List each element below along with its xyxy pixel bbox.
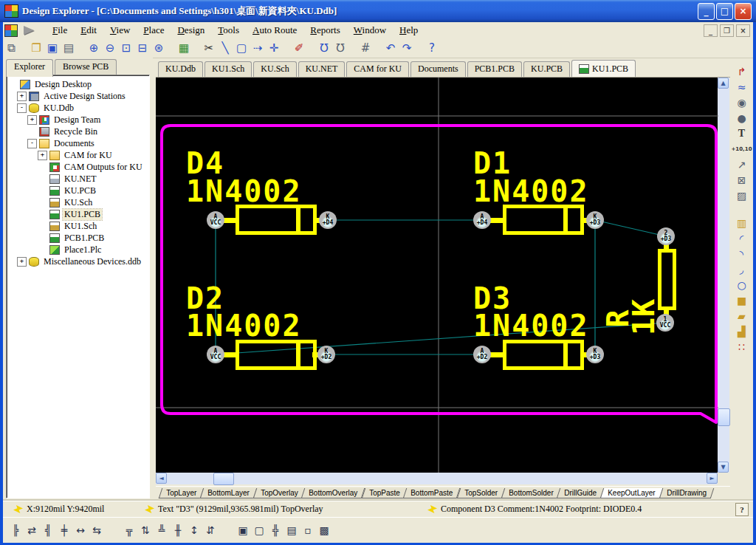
tree-item-ku-pcb[interactable]: KU.PCB xyxy=(8,185,148,196)
align-top-icon[interactable]: ╦ xyxy=(121,523,137,538)
canvas-vertical-scrollbar[interactable]: ▲ ▼ xyxy=(718,78,729,473)
scroll-left-icon[interactable]: ◄ xyxy=(156,473,167,484)
mdi-close-button[interactable]: × xyxy=(736,24,750,37)
layer-tab-drillguide[interactable]: DrillGuide xyxy=(557,488,604,498)
tree-item-cam-outputs[interactable]: CAM Outputs for KU xyxy=(8,161,148,173)
menu-edit[interactable]: Edit xyxy=(74,23,103,38)
tree-item-recycle-bin[interactable]: Recycle Bin xyxy=(8,126,148,137)
tree-item-ku-sch[interactable]: KU.Sch xyxy=(8,196,148,208)
arc-angle-icon[interactable]: ◞ xyxy=(733,261,751,277)
layer-tab-bottompaste[interactable]: BottomPaste xyxy=(403,488,461,498)
doc-tab-ku-pcb[interactable]: KU.PCB xyxy=(523,61,570,77)
pad-d1-k[interactable]: K+D3 xyxy=(586,211,604,229)
document-logo-icon[interactable] xyxy=(4,24,18,37)
place-room-icon[interactable]: ▫ xyxy=(300,523,316,538)
doc-tab-ku-sch[interactable]: KU.Sch xyxy=(253,61,296,77)
wand-icon[interactable]: ✐ xyxy=(291,41,307,55)
doc-tab-ku1-sch[interactable]: KU1.Sch xyxy=(205,61,252,77)
image-icon[interactable]: ▦ xyxy=(176,41,192,55)
pad-d4-a[interactable]: AVCC xyxy=(207,211,224,229)
layer-tab-keepoutlayer[interactable]: KeepOutLayer xyxy=(600,488,663,498)
save-icon[interactable]: ▣ xyxy=(44,41,61,55)
zoom-document-icon[interactable]: ⊡ xyxy=(118,41,134,55)
tree-item-misc-devices-ddb[interactable]: +Miscellaneous Devices.ddb xyxy=(8,256,148,267)
knife-icon[interactable]: ✂ xyxy=(201,41,217,55)
menu-place[interactable]: Place xyxy=(137,23,171,38)
move-cross-icon[interactable]: ✛ xyxy=(266,41,282,55)
doc-tab-ku-net[interactable]: KU.NET xyxy=(298,61,346,77)
tree-item-ku-net[interactable]: KU.NET xyxy=(8,173,148,185)
scroll-thumb[interactable] xyxy=(213,473,234,485)
tab-explorer[interactable]: Explorer xyxy=(6,59,53,77)
pad-icon[interactable]: ● xyxy=(733,110,751,126)
silkscreen-value-d4[interactable]: 1N4002 xyxy=(186,179,302,203)
arc-center-icon[interactable]: ◝ xyxy=(733,246,751,261)
layer-tab-bottomoverlay[interactable]: BottomOverlay xyxy=(301,488,365,498)
move-dots-icon[interactable]: ⇢ xyxy=(250,41,266,55)
tree-item-design-team[interactable]: +Design Team xyxy=(8,114,148,126)
mdi-restore-button[interactable]: ❐ xyxy=(720,24,734,37)
help-icon[interactable]: ? xyxy=(424,41,440,55)
array-place-icon[interactable]: ▩ xyxy=(316,523,332,538)
align-left-icon[interactable]: ╠ xyxy=(7,523,24,538)
zoom-out-icon[interactable]: ⊖ xyxy=(102,41,118,55)
center-vertical-icon[interactable]: ╫ xyxy=(170,523,186,538)
maximize-button[interactable]: □ xyxy=(716,3,733,20)
tree-item-ku1-sch[interactable]: KU1.Sch xyxy=(8,220,148,232)
doc-tab-cam-for-ku[interactable]: CAM for KU xyxy=(346,61,409,77)
zoom-in-icon[interactable]: ⊕ xyxy=(86,41,102,55)
align-bottom-icon[interactable]: ╩ xyxy=(154,523,170,538)
status-help-button[interactable]: ? xyxy=(735,503,749,516)
silkscreen-value-d3[interactable]: 1N4002 xyxy=(473,314,589,337)
coordinate-icon[interactable]: +10,10 xyxy=(733,141,751,157)
pad-d3-a[interactable]: A+D2 xyxy=(473,346,491,363)
zoom-window-icon[interactable]: ⊟ xyxy=(134,41,151,55)
pad-d3-k[interactable]: K+D3 xyxy=(586,346,604,363)
align-right-icon[interactable]: ╣ xyxy=(40,523,56,538)
tree-item-documents[interactable]: -Documents xyxy=(8,137,148,149)
space-vertical-icon[interactable]: ↕ xyxy=(186,523,202,538)
polygon-icon[interactable]: ▰ xyxy=(733,308,751,323)
arc-edge-icon[interactable]: ◜ xyxy=(733,230,751,246)
arrange-rect-icon[interactable]: ▢ xyxy=(251,523,267,538)
explorer-toggle-icon[interactable]: ⧉ xyxy=(3,41,19,55)
via-icon[interactable]: ◉ xyxy=(733,95,751,110)
arrange-components-icon[interactable]: ▤ xyxy=(284,523,300,538)
space-horizontal-icon[interactable]: ⇆ xyxy=(89,523,105,538)
component-d3-body[interactable] xyxy=(503,340,584,370)
silkscreen-value-r[interactable]: 1K xyxy=(632,291,656,343)
distribute-vertical-icon[interactable]: ⇅ xyxy=(137,523,154,538)
menu-design[interactable]: Design xyxy=(171,23,211,38)
center-horizontal-icon[interactable]: ╪ xyxy=(56,523,72,538)
selection-rect-icon[interactable]: ▢ xyxy=(233,41,250,55)
scroll-up-icon[interactable]: ▲ xyxy=(718,78,729,89)
tree-item-cam-for-ku[interactable]: +CAM for KU xyxy=(8,149,148,161)
layer-tab-topoverlay[interactable]: TopOverlay xyxy=(253,488,306,498)
print-icon[interactable]: ▤ xyxy=(61,41,77,55)
shift-vertical-icon[interactable]: ⇵ xyxy=(202,523,219,538)
pad-d4-k[interactable]: K+D4 xyxy=(319,211,337,229)
doc-tab-ku1-pcb[interactable]: KU1.PCB xyxy=(571,60,636,77)
pad-d2-k[interactable]: K+D2 xyxy=(317,346,335,363)
keepout-icon[interactable]: ⊠ xyxy=(733,172,751,188)
expander-icon[interactable]: - xyxy=(27,139,37,148)
arrange-room-icon[interactable]: ▣ xyxy=(235,523,251,538)
fill-hatch-icon[interactable]: ▨ xyxy=(733,188,751,203)
expander-icon[interactable]: + xyxy=(17,257,27,267)
minimize-button[interactable]: _ xyxy=(698,3,715,20)
shift-horizontal-icon[interactable]: ⇄ xyxy=(24,523,40,538)
redo-icon[interactable]: ↷ xyxy=(399,41,415,55)
tree-item-ku-ddb[interactable]: -KU.Ddb xyxy=(8,102,148,114)
menu-view[interactable]: View xyxy=(103,23,137,38)
silkscreen-refdes-d4[interactable]: D4 xyxy=(186,151,224,175)
canvas-horizontal-scrollbar[interactable]: ◄ ► xyxy=(156,473,718,484)
scroll-down-icon[interactable]: ▼ xyxy=(718,462,729,473)
tree-item-pcb1-pcb[interactable]: PCB1.PCB xyxy=(8,232,148,244)
doc-tab-pcb1-pcb[interactable]: PCB1.PCB xyxy=(467,61,522,77)
pcb-canvas[interactable]: D4 1N4002 AVCC K+D4 D1 1N4002 A+D4 K+D3 … xyxy=(156,78,718,473)
layer-tab-drilldrawing[interactable]: DrillDrawing xyxy=(659,488,713,498)
layer-tab-toppaste[interactable]: TopPaste xyxy=(361,488,407,498)
array-icon[interactable]: ∷ xyxy=(733,339,751,354)
string-icon[interactable]: T xyxy=(733,126,751,141)
mdi-minimize-button[interactable]: _ xyxy=(704,24,718,37)
